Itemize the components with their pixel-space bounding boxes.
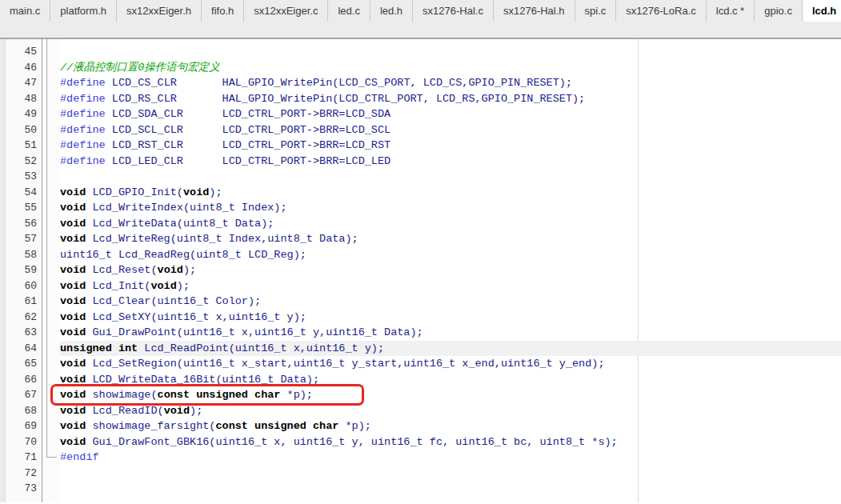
line-number: 46	[0, 60, 42, 76]
code-line-55[interactable]: 55void Lcd_WriteIndex(uint8_t Index);	[0, 200, 841, 216]
tab-gpio-c[interactable]: gpio.c	[755, 0, 803, 22]
code-line-49[interactable]: 49#define LCD_SDA_CLR LCD_CTRL_PORT->BRR…	[0, 106, 841, 122]
keyword-token: void	[60, 374, 86, 386]
code-line-47[interactable]: 47#define LCD_CS_CLR HAL_GPIO_WritePin(L…	[0, 75, 841, 91]
code-text: void showimage(const unsigned char *p);	[60, 387, 841, 403]
fold-margin	[42, 122, 60, 138]
tab-sx1276-LoRa-c[interactable]: sx1276-LoRa.c	[616, 0, 706, 22]
fold-margin	[42, 262, 60, 278]
code-line-48[interactable]: 48#define LCD_RS_CLR HAL_GPIO_WritePin(L…	[0, 91, 841, 107]
code-line-51[interactable]: 51#define LCD_RST_CLR LCD_CTRL_PORT->BRR…	[0, 138, 841, 154]
code-editor[interactable]: 4546//液晶控制口置0操作语句宏定义47#define LCD_CS_CLR…	[0, 39, 841, 502]
tab-spi-c[interactable]: spi.c	[575, 0, 617, 22]
code-text	[60, 466, 841, 482]
code-text: void Lcd_SetRegion(uint16_t x_start,uint…	[60, 356, 841, 372]
tab-label: fifo.h	[211, 5, 234, 17]
identifier-token: );	[190, 405, 202, 417]
identifier-token: LCD_GPIO_Init(	[86, 186, 183, 198]
code-line-58[interactable]: 58uint16_t Lcd_ReadReg(uint8_t LCD_Reg);	[0, 247, 841, 263]
tab-platform-h[interactable]: platform.h	[50, 0, 117, 22]
identifier-token: Gui_DrawPoint(uint16_t x,uint16_t y,uint…	[86, 326, 423, 338]
keyword-token: void	[183, 186, 209, 198]
fold-margin	[42, 356, 60, 372]
code-line-72[interactable]: 72	[0, 466, 841, 482]
code-rows: 4546//液晶控制口置0操作语句宏定义47#define LCD_CS_CLR…	[0, 44, 841, 497]
code-line-65[interactable]: 65void Lcd_SetRegion(uint16_t x_start,ui…	[0, 356, 841, 372]
code-line-52[interactable]: 52#define LCD_LED_CLR LCD_CTRL_PORT->BRR…	[0, 154, 841, 170]
tab-led-h[interactable]: led.h	[370, 0, 413, 22]
code-text: #define LCD_LED_CLR LCD_CTRL_PORT->BRR=L…	[60, 154, 841, 170]
fold-margin	[42, 138, 60, 154]
tab-sx12xxEiger-c[interactable]: sx12xxEiger.c	[244, 0, 328, 22]
fold-margin	[42, 434, 60, 450]
line-number: 58	[0, 247, 42, 263]
code-text: //液晶控制口置0操作语句宏定义	[60, 60, 841, 76]
fold-margin	[42, 106, 60, 122]
code-line-66[interactable]: 66void LCD_WriteData_16Bit(uint16_t Data…	[0, 372, 841, 388]
comment-token: //液晶控制口置0操作语句宏定义	[60, 62, 220, 74]
code-line-59[interactable]: 59void Lcd_Reset(void);	[0, 262, 841, 278]
code-line-54[interactable]: 54void LCD_GPIO_Init(void);	[0, 185, 841, 201]
tab-led-c[interactable]: led.c	[328, 0, 370, 22]
preprocessor-token: #define	[60, 155, 106, 167]
code-text	[60, 481, 841, 497]
code-text: #define LCD_RS_CLR HAL_GPIO_WritePin(LCD…	[60, 91, 841, 107]
tab-fifo-h[interactable]: fifo.h	[202, 0, 244, 22]
tab-lcd-c[interactable]: lcd.c *	[707, 0, 755, 22]
identifier-token: );	[177, 280, 190, 292]
tab-sx12xxEiger-h[interactable]: sx12xxEiger.h	[117, 0, 202, 22]
identifier-token: LCD_CS_CLR HAL_GPIO_WritePin(LCD_CS_PORT…	[106, 77, 572, 89]
tab-sx1276-Hal-h[interactable]: sx1276-Hal.h	[494, 0, 575, 22]
code-line-46[interactable]: 46//液晶控制口置0操作语句宏定义	[0, 60, 841, 76]
fold-margin	[42, 154, 60, 170]
code-line-53[interactable]: 53	[0, 169, 841, 185]
identifier-token: Lcd_Reset(	[86, 264, 157, 276]
code-line-68[interactable]: 68void Lcd_ReadID(void);	[0, 403, 841, 419]
code-text: void Lcd_Clear(uint16_t Color);	[60, 294, 841, 310]
identifier-token: LCD_RS_CLR HAL_GPIO_WritePin(LCD_CTRL_PO…	[106, 93, 586, 105]
code-line-64[interactable]: 64unsigned int Lcd_ReadPoint(uint16_t x,…	[0, 341, 841, 357]
code-line-57[interactable]: 57void Lcd_WriteReg(uint8_t Index,uint8_…	[0, 231, 841, 247]
code-text: void Lcd_WriteData(uint8_t Data);	[60, 216, 841, 232]
line-number: 53	[0, 169, 42, 185]
tab-main-c[interactable]: main.c	[0, 0, 50, 22]
fold-margin	[42, 185, 60, 201]
tab-sx1276-Hal-c[interactable]: sx1276-Hal.c	[413, 0, 494, 22]
keyword-token: void	[60, 405, 86, 417]
fold-margin	[42, 403, 60, 419]
code-text: uint16_t Lcd_ReadReg(uint8_t LCD_Reg);	[60, 247, 841, 263]
code-line-70[interactable]: 70void Gui_DrawFont_GBK16(uint16_t x, ui…	[0, 434, 841, 450]
identifier-token: Lcd_SetXY(uint16_t x,uint16_t y);	[86, 311, 306, 323]
keyword-token: void	[60, 295, 86, 307]
code-line-61[interactable]: 61void Lcd_Clear(uint16_t Color);	[0, 294, 841, 310]
code-line-69[interactable]: 69void showimage_farsight(const unsigned…	[0, 418, 841, 434]
code-line-45[interactable]: 45	[0, 44, 841, 60]
code-line-50[interactable]: 50#define LCD_SCL_CLR LCD_CTRL_PORT->BRR…	[0, 122, 841, 138]
code-line-63[interactable]: 63void Gui_DrawPoint(uint16_t x,uint16_t…	[0, 325, 841, 341]
identifier-token: Lcd_WriteReg(uint8_t Index,uint8_t Data)…	[86, 233, 358, 245]
tab-lcd-h[interactable]: lcd.h✕	[803, 0, 841, 22]
code-text: void Lcd_WriteReg(uint8_t Index,uint8_t …	[60, 231, 841, 247]
tab-label: sx1276-Hal.c	[423, 5, 483, 17]
identifier-token: Lcd_WriteIndex(uint8_t Index);	[86, 202, 286, 214]
code-line-60[interactable]: 60void Lcd_Init(void);	[0, 278, 841, 294]
code-line-56[interactable]: 56void Lcd_WriteData(uint8_t Data);	[0, 216, 841, 232]
tab-label: lcd.c *	[716, 5, 744, 17]
tab-label: platform.h	[60, 5, 106, 17]
line-number: 62	[0, 310, 42, 326]
fold-margin	[42, 341, 60, 357]
line-number: 67	[0, 387, 42, 403]
line-number: 56	[0, 216, 42, 232]
line-number: 66	[0, 372, 42, 388]
code-line-73[interactable]: 73	[0, 481, 841, 497]
code-line-67[interactable]: 67void showimage(const unsigned char *p)…	[0, 387, 841, 403]
code-text: void Lcd_Reset(void);	[60, 262, 841, 278]
code-line-71[interactable]: 71#endif	[0, 450, 841, 466]
keyword-token: void	[150, 280, 176, 292]
tab-bar: main.cplatform.hsx12xxEiger.hfifo.hsx12x…	[0, 0, 841, 22]
code-line-62[interactable]: 62void Lcd_SetXY(uint16_t x,uint16_t y);	[0, 310, 841, 326]
fold-margin	[42, 75, 60, 91]
line-number: 63	[0, 325, 42, 341]
identifier-token: LCD_RST_CLR LCD_CTRL_PORT->BRR=LCD_RST	[106, 139, 390, 151]
keyword-token: unsigned int	[60, 342, 138, 354]
